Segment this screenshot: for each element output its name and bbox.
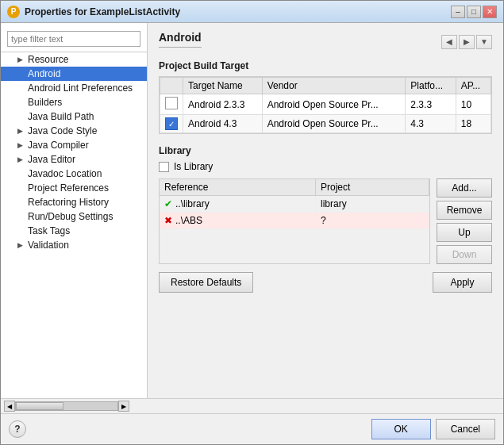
sidebar-item-label: Java Compiler [28, 140, 89, 151]
row-checkbox[interactable]: ✓ [165, 117, 178, 130]
sidebar-item-validation[interactable]: ▶Validation [1, 238, 147, 252]
ok-button[interactable]: OK [371, 419, 431, 439]
library-table-area: Reference Project ✔..\librarylibrary✖..\… [159, 178, 492, 264]
api-cell: 10 [456, 94, 491, 115]
library-row[interactable]: ✔..\librarylibrary [160, 196, 429, 213]
expand-arrow: ▶ [15, 240, 25, 250]
forward-button[interactable]: ▶ [459, 35, 475, 49]
build-target-table: Target Name Vendor Platfo... AP... Andro… [160, 77, 491, 133]
build-target-header: Project Build Target [159, 60, 492, 71]
is-library-row: Is Library [159, 161, 492, 172]
sidebar-item-java-code-style[interactable]: ▶Java Code Style [1, 124, 147, 138]
sidebar-item-java-compiler[interactable]: ▶Java Compiler [1, 138, 147, 152]
reference-cell: ✔..\library [160, 196, 315, 213]
expand-arrow: ▶ [15, 155, 25, 164]
library-row[interactable]: ✖..\ABS? [160, 213, 429, 229]
scroll-right-arrow[interactable]: ▶ [118, 401, 129, 412]
footer-bar: ? OK Cancel [1, 413, 503, 444]
platform-cell: 4.3 [406, 115, 456, 133]
lib-col-reference: Reference [160, 179, 315, 196]
dropdown-button[interactable]: ▼ [476, 35, 492, 49]
table-row[interactable]: Android 2.3.3Android Open Source Pr...2.… [160, 94, 491, 115]
sidebar-tree: ▶ResourceAndroidAndroid Lint Preferences… [1, 52, 147, 252]
expand-arrow: ▶ [15, 55, 25, 64]
window-controls: – □ ✕ [451, 6, 497, 18]
project-cell: ? [315, 213, 429, 229]
ok-icon: ✔ [164, 198, 172, 209]
sidebar-item-label: Java Editor [28, 154, 75, 165]
help-button[interactable]: ? [9, 420, 26, 438]
restore-defaults-button[interactable]: Restore Defaults [159, 272, 253, 293]
properties-dialog: P Properties for ExampleListActivity – □… [0, 0, 504, 445]
scroll-left-arrow[interactable]: ◀ [4, 401, 15, 412]
up-button[interactable]: Up [437, 223, 492, 242]
sidebar-item-label: Refactoring History [28, 197, 109, 208]
title-bar: P Properties for ExampleListActivity – □… [1, 1, 503, 23]
sidebar-item-project-references[interactable]: Project References [1, 181, 147, 195]
library-header: Library [159, 145, 492, 156]
sidebar-item-refactoring-history[interactable]: Refactoring History [1, 195, 147, 209]
panel-toolbar: ◀ ▶ ▼ [441, 35, 492, 49]
sidebar-item-label: Java Code Style [28, 125, 97, 136]
filter-input[interactable] [7, 31, 140, 47]
target-name-cell: Android 4.3 [183, 115, 263, 133]
sidebar-item-java-build-path[interactable]: Java Build Path [1, 109, 147, 124]
lib-col-project: Project [315, 179, 429, 196]
maximize-button[interactable]: □ [467, 6, 481, 18]
side-buttons: Add... Remove Up Down [437, 178, 492, 264]
library-table-wrapper: Reference Project ✔..\librarylibrary✖..\… [159, 178, 430, 264]
scrollbar-thumb [16, 402, 63, 410]
sidebar-item-label: Android [28, 68, 60, 79]
error-icon: ✖ [164, 215, 172, 226]
vendor-cell: Android Open Source Pr... [262, 115, 406, 133]
sidebar-item-label: Task Tags [28, 225, 70, 236]
minimize-button[interactable]: – [451, 6, 465, 18]
vendor-cell: Android Open Source Pr... [262, 94, 406, 115]
sidebar-item-javadoc-location[interactable]: Javadoc Location [1, 167, 147, 181]
main-panel: ▶ResourceAndroidAndroid Lint Preferences… [1, 23, 503, 398]
col-api: AP... [456, 78, 491, 94]
sidebar-item-run-debug-settings[interactable]: Run/Debug Settings [1, 209, 147, 224]
api-cell: 18 [456, 115, 491, 133]
sidebar-item-task-tags[interactable]: Task Tags [1, 224, 147, 238]
row-checkbox[interactable] [165, 97, 178, 109]
remove-button[interactable]: Remove [437, 201, 492, 220]
build-target-table-container: Target Name Vendor Platfo... AP... Andro… [159, 76, 492, 134]
sidebar-item-label: Android Lint Preferences [28, 82, 133, 94]
content-area: ▶ResourceAndroidAndroid Lint Preferences… [1, 23, 503, 444]
window-title: Properties for ExampleListActivity [25, 6, 446, 17]
cancel-button[interactable]: Cancel [436, 419, 495, 439]
sidebar-item-resource[interactable]: ▶Resource [1, 52, 147, 67]
col-target-name: Target Name [183, 78, 263, 94]
sidebar-item-java-editor[interactable]: ▶Java Editor [1, 152, 147, 167]
platform-cell: 2.3.3 [406, 94, 456, 115]
window-icon: P [7, 6, 20, 18]
no-arrow [15, 212, 25, 221]
scroll-area: ◀ ▶ [1, 398, 503, 413]
apply-button[interactable]: Apply [433, 272, 492, 293]
no-arrow [15, 198, 25, 207]
sidebar-item-android[interactable]: Android [1, 67, 147, 81]
no-arrow [15, 183, 25, 193]
close-button[interactable]: ✕ [483, 6, 497, 18]
no-arrow [15, 112, 25, 121]
col-checkbox-header [160, 78, 183, 94]
table-row[interactable]: ✓Android 4.3Android Open Source Pr...4.3… [160, 115, 491, 133]
back-button[interactable]: ◀ [441, 35, 457, 49]
no-arrow [15, 69, 25, 79]
add-button[interactable]: Add... [437, 178, 492, 198]
sidebar-item-android-lint[interactable]: Android Lint Preferences [1, 81, 147, 95]
action-bar: Restore Defaults Apply [159, 272, 492, 293]
sidebar-item-label: Project References [28, 182, 109, 194]
horizontal-scrollbar[interactable] [15, 401, 118, 411]
is-library-label: Is Library [174, 161, 213, 172]
project-cell: library [315, 196, 429, 213]
sidebar-item-builders[interactable]: Builders [1, 95, 147, 109]
no-arrow [15, 98, 25, 107]
sidebar: ▶ResourceAndroidAndroid Lint Preferences… [1, 23, 148, 398]
target-name-cell: Android 2.3.3 [183, 94, 263, 115]
sidebar-item-label: Run/Debug Settings [28, 211, 113, 222]
is-library-checkbox[interactable] [159, 162, 169, 172]
down-button[interactable]: Down [437, 245, 492, 264]
sidebar-item-label: Resource [28, 54, 68, 65]
